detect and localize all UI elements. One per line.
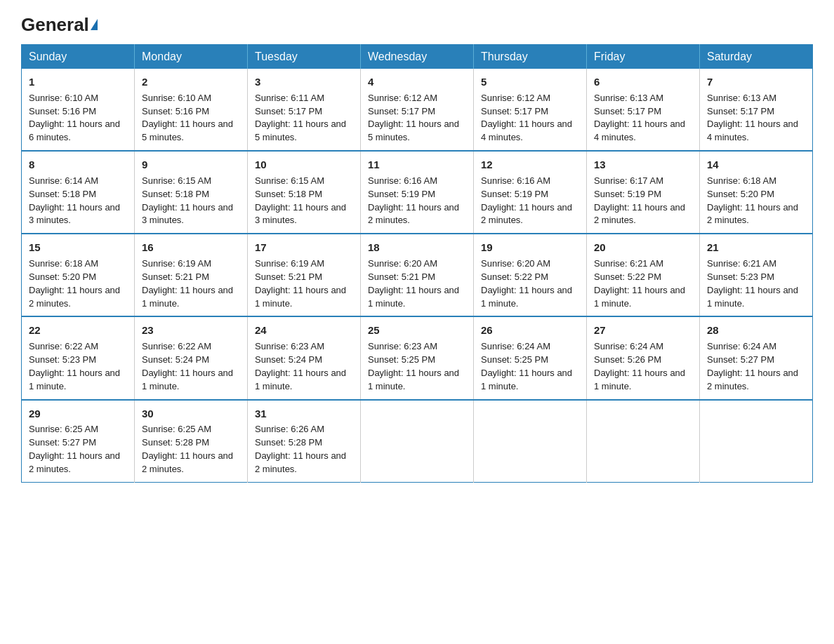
calendar-cell: 24Sunrise: 6:23 AMSunset: 5:24 PMDayligh… [248,316,361,399]
day-number: 2 [142,74,240,90]
daylight-text: Daylight: 11 hours and 3 minutes. [255,202,346,226]
calendar-cell: 19Sunrise: 6:20 AMSunset: 5:22 PMDayligh… [474,234,587,316]
day-number: 9 [142,157,240,173]
sunrise-text: Sunrise: 6:23 AM [368,341,437,351]
daylight-text: Daylight: 11 hours and 2 minutes. [707,202,798,226]
calendar-cell: 26Sunrise: 6:24 AMSunset: 5:25 PMDayligh… [474,316,587,399]
day-number: 23 [142,323,240,338]
calendar-cell: 13Sunrise: 6:17 AMSunset: 5:19 PMDayligh… [587,151,700,234]
weekday-header-row: SundayMondayTuesdayWednesdayThursdayFrid… [22,45,813,69]
sunset-text: Sunset: 5:22 PM [594,271,661,282]
day-number: 18 [368,240,466,255]
calendar-cell: 25Sunrise: 6:23 AMSunset: 5:25 PMDayligh… [361,316,474,399]
daylight-text: Daylight: 11 hours and 2 minutes. [481,202,572,226]
calendar-cell: 8Sunrise: 6:14 AMSunset: 5:18 PMDaylight… [22,151,135,234]
day-number: 8 [29,157,127,173]
sunset-text: Sunset: 5:17 PM [594,106,661,116]
logo-area: General [21,14,98,32]
day-number: 17 [255,240,353,255]
calendar-cell: 16Sunrise: 6:19 AMSunset: 5:21 PMDayligh… [135,234,248,316]
daylight-text: Daylight: 11 hours and 1 minute. [481,285,572,309]
daylight-text: Daylight: 11 hours and 1 minute. [707,285,798,309]
sunset-text: Sunset: 5:17 PM [368,106,435,116]
daylight-text: Daylight: 11 hours and 2 minutes. [29,285,120,309]
daylight-text: Daylight: 11 hours and 6 minutes. [29,119,120,142]
daylight-text: Daylight: 11 hours and 5 minutes. [368,119,459,142]
sunrise-text: Sunrise: 6:16 AM [481,175,550,186]
calendar-cell: 21Sunrise: 6:21 AMSunset: 5:23 PMDayligh… [700,234,813,316]
daylight-text: Daylight: 11 hours and 1 minute. [481,368,572,391]
daylight-text: Daylight: 11 hours and 1 minute. [255,368,346,391]
day-number: 11 [368,157,466,173]
header: General [21,14,813,32]
daylight-text: Daylight: 11 hours and 1 minute. [255,285,346,309]
day-number: 15 [29,240,127,255]
logo-triangle-icon [91,19,98,30]
sunrise-text: Sunrise: 6:24 AM [707,341,776,351]
calendar-cell: 14Sunrise: 6:18 AMSunset: 5:20 PMDayligh… [700,151,813,234]
calendar-cell: 20Sunrise: 6:21 AMSunset: 5:22 PMDayligh… [587,234,700,316]
sunset-text: Sunset: 5:20 PM [29,271,96,282]
calendar-cell: 12Sunrise: 6:16 AMSunset: 5:19 PMDayligh… [474,151,587,234]
calendar-cell: 30Sunrise: 6:25 AMSunset: 5:28 PMDayligh… [135,400,248,483]
sunset-text: Sunset: 5:17 PM [255,106,322,116]
calendar-table: SundayMondayTuesdayWednesdayThursdayFrid… [21,44,813,483]
calendar-cell: 3Sunrise: 6:11 AMSunset: 5:17 PMDaylight… [248,69,361,151]
sunrise-text: Sunrise: 6:21 AM [707,258,776,269]
calendar-cell [700,400,813,483]
calendar-cell: 28Sunrise: 6:24 AMSunset: 5:27 PMDayligh… [700,316,813,399]
calendar-week-row: 29Sunrise: 6:25 AMSunset: 5:27 PMDayligh… [22,400,813,483]
sunrise-text: Sunrise: 6:12 AM [481,93,550,103]
sunset-text: Sunset: 5:18 PM [255,189,322,199]
day-number: 6 [594,74,692,90]
day-number: 21 [707,240,805,255]
sunset-text: Sunset: 5:27 PM [707,354,774,365]
calendar-week-row: 15Sunrise: 6:18 AMSunset: 5:20 PMDayligh… [22,234,813,316]
weekday-header-monday: Monday [135,45,248,69]
sunrise-text: Sunrise: 6:12 AM [368,93,437,103]
day-number: 25 [368,323,466,338]
sunrise-text: Sunrise: 6:17 AM [594,175,663,186]
calendar-cell: 27Sunrise: 6:24 AMSunset: 5:26 PMDayligh… [587,316,700,399]
calendar-cell: 2Sunrise: 6:10 AMSunset: 5:16 PMDaylight… [135,69,248,151]
calendar-cell: 17Sunrise: 6:19 AMSunset: 5:21 PMDayligh… [248,234,361,316]
sunset-text: Sunset: 5:16 PM [142,106,209,116]
calendar-cell: 6Sunrise: 6:13 AMSunset: 5:17 PMDaylight… [587,69,700,151]
daylight-text: Daylight: 11 hours and 5 minutes. [142,119,233,142]
day-number: 28 [707,323,805,338]
day-number: 12 [481,157,579,173]
day-number: 31 [255,406,353,422]
daylight-text: Daylight: 11 hours and 2 minutes. [707,368,798,391]
day-number: 20 [594,240,692,255]
sunrise-text: Sunrise: 6:16 AM [368,175,437,186]
sunset-text: Sunset: 5:18 PM [29,189,96,199]
sunset-text: Sunset: 5:20 PM [707,189,774,199]
sunrise-text: Sunrise: 6:10 AM [29,93,98,103]
sunrise-text: Sunrise: 6:13 AM [707,93,776,103]
weekday-header-thursday: Thursday [474,45,587,69]
sunrise-text: Sunrise: 6:15 AM [142,175,211,186]
sunrise-text: Sunrise: 6:22 AM [29,341,98,351]
daylight-text: Daylight: 11 hours and 1 minute. [368,285,459,309]
sunrise-text: Sunrise: 6:24 AM [594,341,663,351]
day-number: 22 [29,323,127,338]
calendar-cell [587,400,700,483]
day-number: 4 [368,74,466,90]
sunset-text: Sunset: 5:17 PM [481,106,548,116]
calendar-cell [361,400,474,483]
daylight-text: Daylight: 11 hours and 4 minutes. [707,119,798,142]
daylight-text: Daylight: 11 hours and 1 minute. [29,368,120,391]
sunset-text: Sunset: 5:26 PM [594,354,661,365]
sunset-text: Sunset: 5:28 PM [142,437,209,448]
day-number: 5 [481,74,579,90]
day-number: 26 [481,323,579,338]
calendar-cell: 7Sunrise: 6:13 AMSunset: 5:17 PMDaylight… [700,69,813,151]
weekday-header-tuesday: Tuesday [248,45,361,69]
sunrise-text: Sunrise: 6:18 AM [29,258,98,269]
day-number: 24 [255,323,353,338]
calendar-cell: 31Sunrise: 6:26 AMSunset: 5:28 PMDayligh… [248,400,361,483]
daylight-text: Daylight: 11 hours and 1 minute. [142,285,233,309]
weekday-header-saturday: Saturday [700,45,813,69]
sunrise-text: Sunrise: 6:10 AM [142,93,211,103]
sunrise-text: Sunrise: 6:13 AM [594,93,663,103]
